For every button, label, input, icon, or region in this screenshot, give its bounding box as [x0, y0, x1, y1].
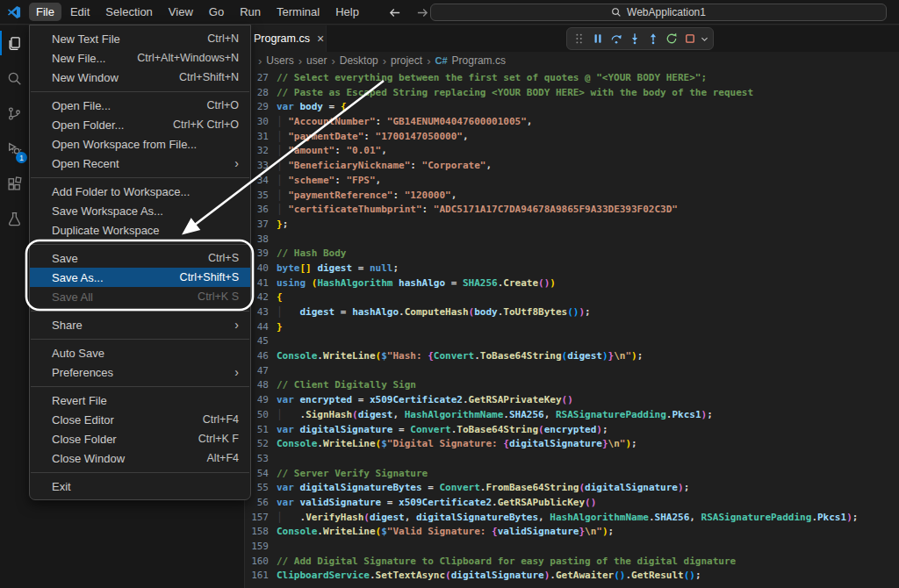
- code-line-53[interactable]: 53: [246, 452, 899, 467]
- drag-grip-icon[interactable]: [570, 29, 588, 48]
- restart-button[interactable]: [662, 29, 680, 48]
- code-text: // Client Digitally Sign: [277, 378, 416, 393]
- menubar-help[interactable]: Help: [328, 3, 366, 21]
- code-line-45[interactable]: 45: [246, 334, 899, 349]
- menu-item-open-workspace-from-file[interactable]: Open Workspace from File...: [30, 134, 250, 154]
- menu-item-close-window[interactable]: Close WindowAlt+F4: [30, 448, 250, 468]
- code-line-46[interactable]: 46Console.WriteLine($"Hash: {Convert.ToB…: [246, 349, 899, 364]
- code-line-158[interactable]: 158Console.WriteLine($"Valid Signature: …: [246, 525, 899, 540]
- menu-separator: [31, 244, 249, 245]
- code-line-32[interactable]: 32│ "amount": "0.01",: [246, 144, 899, 159]
- breadcrumb-item-program-cs[interactable]: Program.cs: [452, 54, 506, 67]
- menu-item-label: New Text File: [52, 32, 207, 46]
- menu-item-save-as[interactable]: Save As...Ctrl+Shift+S: [30, 268, 250, 287]
- code-line-30[interactable]: 30│ "AccountNumber": "GB14ENUM0404760000…: [246, 115, 899, 130]
- code-line-43[interactable]: 43│ digest = hashAlgo.ComputeHash(body.T…: [246, 305, 899, 320]
- pause-button[interactable]: [588, 29, 607, 48]
- code-line-37[interactable]: 37};: [246, 218, 899, 233]
- code-line-33[interactable]: 33│ "BeneficiaryNickname": "Corporate",: [246, 159, 899, 174]
- menubar-terminal[interactable]: Terminal: [270, 3, 327, 21]
- menu-item-new-window[interactable]: New WindowCtrl+Shift+N: [30, 68, 250, 87]
- code-line-44[interactable]: 44}: [246, 320, 899, 335]
- step-out-button[interactable]: [644, 29, 662, 48]
- code-line-161[interactable]: 161ClipboardService.SetTextAsync(digital…: [246, 569, 899, 584]
- code-line-47[interactable]: 47: [246, 364, 899, 379]
- sidebar-item-extensions[interactable]: [0, 166, 29, 201]
- code-line-40[interactable]: 40byte[] digest = null;: [246, 262, 899, 276]
- menu-item-add-folder-to-workspace[interactable]: Add Folder to Workspace...: [30, 182, 250, 201]
- back-arrow-icon[interactable]: [385, 3, 404, 22]
- sidebar-item-source-control[interactable]: [0, 96, 29, 131]
- code-line-159[interactable]: 159: [246, 540, 899, 555]
- code-line-38[interactable]: 38: [246, 233, 899, 247]
- menu-item-exit[interactable]: Exit: [30, 477, 250, 496]
- line-number: 158: [246, 525, 269, 540]
- code-line-48[interactable]: 48// Client Digitally Sign: [246, 378, 899, 393]
- code-text: var digitalSignatureBytes = Convert.From…: [277, 481, 689, 496]
- code-line-41[interactable]: 41using (HashAlgorithm hashAlgo = SHA256…: [246, 276, 899, 291]
- code-line-29[interactable]: 29var body = {: [246, 100, 899, 115]
- menu-item-label: Save Workspace As...: [52, 204, 239, 218]
- code-line-52[interactable]: 52Console.WriteLine($"Digital Signature:…: [246, 437, 899, 452]
- code-line-34[interactable]: 34│ "scheme": "FPS",: [246, 174, 899, 189]
- menu-item-revert-file[interactable]: Revert File: [30, 391, 250, 410]
- command-center-search[interactable]: WebApplication1: [430, 4, 887, 21]
- breadcrumb-item-project[interactable]: project: [391, 54, 422, 67]
- code-text: var digitalSignature = Convert.ToBase64S…: [277, 423, 608, 438]
- tab-program-cs[interactable]: Program.cs ×: [246, 25, 327, 52]
- code-line-54[interactable]: 54// Server Verify Signature: [246, 467, 899, 482]
- menubar-view[interactable]: View: [162, 3, 200, 21]
- forward-arrow-icon[interactable]: [413, 3, 432, 22]
- menubar-selection[interactable]: Selection: [98, 3, 159, 21]
- breadcrumb-chevron-icon: ›: [331, 54, 334, 68]
- menubar-edit[interactable]: Edit: [63, 3, 97, 21]
- sidebar-item-testing[interactable]: [0, 201, 29, 236]
- code-line-56[interactable]: 56var validSignature = x509Certificate2.…: [246, 496, 899, 511]
- chevron-down-icon[interactable]: [699, 29, 710, 48]
- menu-item-preferences[interactable]: Preferences›: [30, 362, 250, 382]
- code-line-160[interactable]: 160// Add Digital Signature to Clipboard…: [246, 555, 899, 570]
- code-text: │ .VerifyHash(digest, digitalSignatureBy…: [277, 511, 858, 526]
- line-number: 161: [246, 569, 269, 584]
- menubar-run[interactable]: Run: [233, 3, 268, 21]
- code-line-28[interactable]: 28// Paste as Escaped String replacing <…: [246, 86, 899, 101]
- menu-item-open-folder[interactable]: Open Folder...Ctrl+K Ctrl+O: [30, 115, 250, 134]
- code-line-50[interactable]: 50│ .SignHash(digest, HashAlgorithmName.…: [246, 408, 899, 423]
- menu-item-save-workspace-as[interactable]: Save Workspace As...: [30, 201, 250, 220]
- breadcrumb-item-desktop[interactable]: Desktop: [340, 54, 378, 67]
- breadcrumb-item-user[interactable]: user: [306, 54, 327, 67]
- step-over-button[interactable]: [607, 29, 625, 48]
- code-line-55[interactable]: 55var digitalSignatureBytes = Convert.Fr…: [246, 481, 899, 496]
- menu-item-auto-save[interactable]: Auto Save: [30, 343, 250, 362]
- code-line-157[interactable]: 157│ .VerifyHash(digest, digitalSignatur…: [246, 511, 899, 526]
- debug-toolbar: [566, 27, 714, 50]
- menu-item-save[interactable]: SaveCtrl+S: [30, 248, 250, 268]
- menu-item-open-recent[interactable]: Open Recent›: [30, 154, 250, 173]
- menu-item-close-editor[interactable]: Close EditorCtrl+F4: [30, 410, 250, 429]
- menu-item-save-all[interactable]: Save AllCtrl+K S: [30, 287, 250, 306]
- menu-item-open-file[interactable]: Open File...Ctrl+O: [30, 96, 250, 115]
- code-line-35[interactable]: 35│ "paymentReference": "120000",: [246, 189, 899, 204]
- menu-item-duplicate-workspace[interactable]: Duplicate Workspace: [30, 220, 250, 240]
- menu-item-share[interactable]: Share›: [30, 315, 250, 334]
- code-line-42[interactable]: 42{: [246, 290, 899, 305]
- code-line-27[interactable]: 27// Select everything between the first…: [246, 71, 899, 86]
- code-line-31[interactable]: 31│ "paymentDate": "1700147050000",: [246, 130, 899, 145]
- menu-item-new-file[interactable]: New File...Ctrl+Alt+Windows+N: [30, 48, 250, 68]
- menubar-file[interactable]: File: [29, 3, 61, 21]
- sidebar-item-search[interactable]: [0, 61, 29, 96]
- code-line-51[interactable]: 51var digitalSignature = Convert.ToBase6…: [246, 423, 899, 438]
- sidebar-item-run-and-debug[interactable]: 1: [0, 131, 29, 166]
- code-line-39[interactable]: 39// Hash Body: [246, 247, 899, 262]
- menu-item-close-folder[interactable]: Close FolderCtrl+K F: [30, 429, 250, 448]
- menu-item-new-text-file[interactable]: New Text FileCtrl+N: [30, 29, 250, 48]
- step-into-button[interactable]: [625, 29, 644, 48]
- code-line-49[interactable]: 49var encrypted = x509Certificate2.GetRS…: [246, 393, 899, 408]
- breadcrumb-item-users[interactable]: Users: [266, 54, 293, 67]
- stop-button[interactable]: [680, 29, 699, 48]
- close-icon[interactable]: ×: [317, 32, 324, 45]
- menubar-go[interactable]: Go: [202, 3, 231, 21]
- code-line-36[interactable]: 36│ "certificateThumbprint": "ADC5171A17…: [246, 203, 899, 218]
- sidebar-item-explorer[interactable]: [0, 25, 29, 61]
- code-text: var encrypted = x509Certificate2.GetRSAP…: [277, 393, 573, 408]
